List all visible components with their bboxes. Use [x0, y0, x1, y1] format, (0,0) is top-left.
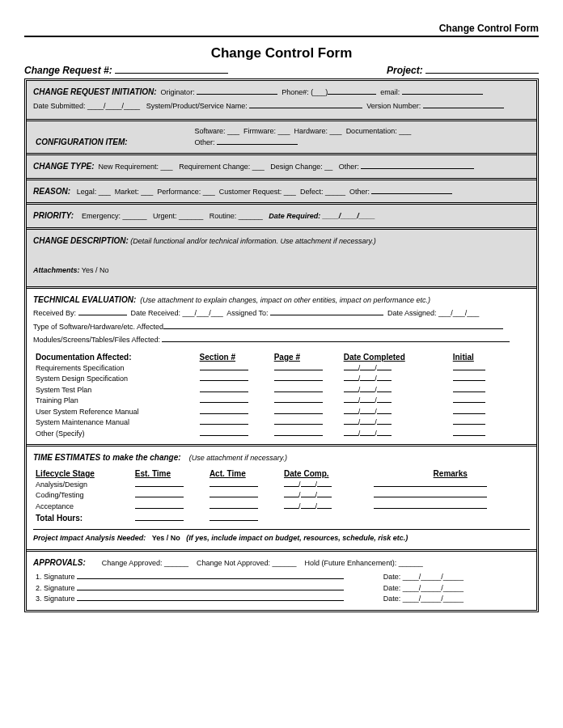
email-label: email: [380, 88, 400, 96]
date-submitted-label: Date Submitted: ____/____/____ [33, 102, 140, 110]
changetype-heading: CHANGE TYPE: [33, 162, 95, 171]
col-remarks: Remarks [371, 468, 531, 480]
techeval-heading: TECHNICAL EVALUATION: [33, 295, 136, 304]
date-received-label: Date Received: ___/___/___ [131, 309, 223, 317]
doc-row: System Design Specification// [33, 374, 530, 385]
time-est-note: (Use attachment if necessary.) [189, 454, 287, 462]
doc-affected-heading: Documentation Affected: [33, 351, 197, 363]
pia-note: (If yes, include impact on budget, resou… [186, 534, 408, 542]
initiation-heading: CHANGE REQUEST INITIATION: [33, 87, 157, 96]
approvals-heading: APPROVALS: [33, 558, 86, 567]
changetype-other-label: Other: [339, 163, 359, 171]
reason-other-label: Other: [349, 188, 370, 196]
phone-label: Phone#: (___) [282, 88, 328, 96]
doc-row: Requirements Specification// [33, 363, 530, 375]
doc-row: User System Reference Manual// [33, 407, 530, 418]
signature-2-label: 2. Signature [36, 584, 75, 592]
hardware-label: Hardware: ___ [294, 127, 342, 135]
time-row: Analysis/Design// [33, 480, 530, 491]
new-req-label: New Requirement: ___ [99, 163, 173, 171]
type-affected-label: Type of Software/Hardware/etc. Affected [33, 323, 163, 331]
design-change-label: Design Change: __ [270, 163, 332, 171]
doc-row: System Test Plan// [33, 385, 530, 396]
urgent-label: Urgent: ______ [153, 212, 203, 220]
emergency-label: Emergency: ______ [82, 212, 147, 220]
col-est-time: Est. Time [133, 468, 207, 480]
change-request-label: Change Request #: [24, 65, 112, 76]
col-act-time: Act. Time [207, 468, 282, 480]
page-title: Change Control Form [24, 45, 539, 61]
approved-label: Change Approved: ______ [102, 559, 188, 567]
sec-description: CHANGE DESCRIPTION: (Detail functional a… [27, 230, 536, 289]
description-note: (Detail functional and/or technical info… [130, 237, 375, 245]
documentation-label: Documentation: ___ [346, 127, 412, 135]
doc-row: Other (Specify)// [33, 429, 530, 440]
date-assigned-label: Date Assigned: ___/___/___ [387, 309, 479, 317]
sec-approvals: APPROVALS: Change Approved: ______ Chang… [27, 552, 536, 610]
market-label: Market: ___ [115, 188, 154, 196]
top-fields: Change Request #: Project: [24, 65, 539, 76]
header-bar: Change Control Form [24, 23, 539, 37]
attachments-value: Yes / No [82, 266, 109, 274]
sec-tech-eval: TECHNICAL EVALUATION: (Use attachment to… [27, 289, 536, 447]
lifecycle-name: Acceptance [33, 502, 133, 513]
header-text: Change Control Form [24, 23, 539, 34]
modules-label: Modules/Screens/Tables/Files Affected: [33, 336, 160, 344]
firmware-label: Firmware: ___ [243, 127, 290, 135]
reason-heading: REASON: [33, 187, 70, 196]
total-hours-label: Total Hours: [33, 512, 133, 524]
sec-config-item: CONFIGURATION ITEM: Software: ___ Firmwa… [27, 121, 536, 155]
col-section: Section # [197, 351, 272, 363]
assigned-to-label: Assigned To: [226, 309, 268, 317]
pia-value: Yes / No [152, 534, 180, 542]
sec-reason: REASON: Legal: ___ Market: ___ Performan… [27, 180, 536, 205]
config-heading: CONFIGURATION ITEM: [36, 138, 128, 146]
pia-label: Project Impact Analysis Needed: [33, 534, 146, 542]
attachments-label: Attachments: [33, 266, 80, 274]
date-1-label: Date: ____/_____/_____ [383, 573, 464, 581]
hold-label: Hold (Future Enhancement): ______ [305, 559, 423, 567]
doc-name: System Design Specification [33, 374, 197, 385]
sec-priority: PRIORITY: Emergency: ______ Urgent: ____… [27, 205, 536, 230]
sec-time-estimates: TIME ESTIMATES to make the change: (Use … [27, 447, 536, 552]
col-date-comp: Date Comp. [282, 468, 371, 480]
time-row: Coding/Testing// [33, 490, 530, 502]
originator-label: Originator: [161, 88, 195, 96]
signature-1-label: 1. Signature [36, 573, 75, 581]
description-heading: CHANGE DESCRIPTION: [33, 236, 129, 245]
doc-name: Training Plan [33, 396, 197, 407]
defect-label: Defect: _____ [300, 188, 345, 196]
system-name-label: System/Product/Service Name: [146, 102, 248, 110]
col-lifecycle: Lifecycle Stage [33, 468, 133, 480]
sec-initiation: CHANGE REQUEST INITIATION: Originator: P… [27, 81, 536, 121]
customer-req-label: Customer Request: ___ [219, 188, 296, 196]
lifecycle-name: Coding/Testing [33, 490, 133, 502]
legal-label: Legal: ___ [77, 188, 111, 196]
doc-name: Requirements Specification [33, 363, 197, 375]
col-page: Page # [272, 351, 341, 363]
doc-row: System Maintenance Manual// [33, 417, 530, 429]
sec-change-type: CHANGE TYPE: New Requirement: ___ Requir… [27, 155, 536, 180]
doc-name: System Test Plan [33, 385, 197, 396]
doc-name: User System Reference Manual [33, 407, 197, 418]
form-main: CHANGE REQUEST INITIATION: Originator: P… [24, 78, 539, 612]
date-2-label: Date: ____/_____/_____ [383, 584, 464, 592]
config-other-label: Other: [194, 138, 214, 146]
doc-name: Other (Specify) [33, 429, 197, 440]
techeval-note: (Use attachment to explain changes, impa… [140, 296, 430, 304]
time-est-heading: TIME ESTIMATES to make the change: [33, 453, 181, 462]
received-by-label: Received By: [33, 309, 76, 317]
routine-label: Routine: ______ [210, 212, 263, 220]
date-required-label: Date Required: ____/____/____ [269, 212, 375, 220]
col-initial: Initial [451, 351, 530, 363]
doc-row: Training Plan// [33, 396, 530, 407]
signature-3-label: 3. Signature [36, 595, 75, 603]
doc-name: System Maintenance Manual [33, 417, 197, 429]
performance-label: Performance: ___ [157, 188, 215, 196]
date-3-label: Date: ____/_____/_____ [383, 595, 464, 603]
time-row: Acceptance// [33, 502, 530, 513]
req-change-label: Requirement Change: ___ [179, 163, 265, 171]
software-label: Software: ___ [194, 127, 239, 135]
not-approved-label: Change Not Approved: ______ [197, 559, 297, 567]
col-date-completed: Date Completed [341, 351, 451, 363]
